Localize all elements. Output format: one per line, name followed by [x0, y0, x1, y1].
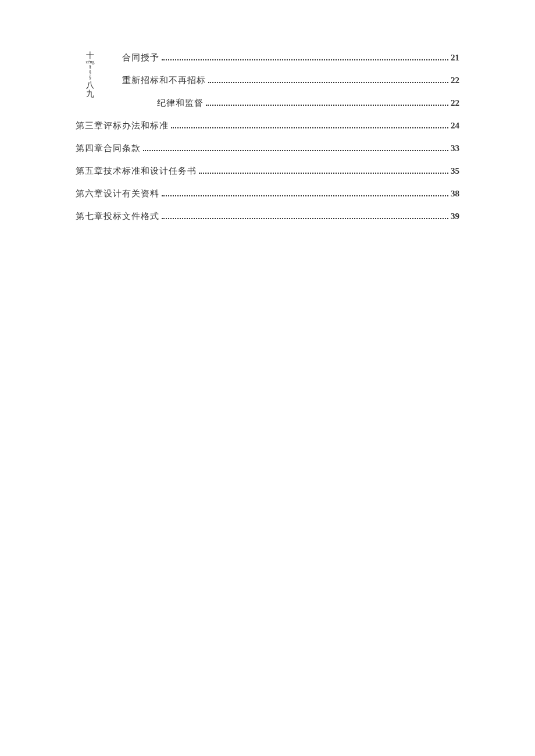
- toc-dots: [206, 105, 448, 106]
- toc-chapter-entry: 第五章技术标准和设计任务书 35: [76, 166, 459, 177]
- toc-entry-title: 合同授予: [122, 52, 159, 63]
- toc-dots: [208, 82, 448, 83]
- label-top: 十: [86, 51, 94, 60]
- toc-entry-title: 第六章设计有关资料: [76, 188, 159, 199]
- toc-entry: 合同授予 21: [110, 52, 459, 63]
- toc-entry-title: 纪律和监督: [157, 98, 204, 109]
- toc-entry-title: 第三章评标办法和标准: [76, 120, 169, 131]
- toc-dots: [199, 173, 448, 174]
- toc-chapter-entry: 第三章评标办法和标准 24: [76, 120, 459, 131]
- table-of-contents: 合同授予 21 重新招标和不再招标 22 纪律和监督 22 第三章评标办法和标准…: [110, 52, 459, 222]
- toc-entry-page: 24: [451, 121, 459, 131]
- toc-entry-page: 39: [451, 212, 459, 221]
- label-squiggle-3: §: [84, 76, 96, 81]
- toc-sub-section: 合同授予 21 重新招标和不再招标 22 纪律和监督 22: [110, 52, 459, 109]
- toc-entry: 重新招标和不再招标 22: [110, 75, 459, 86]
- toc-entry-page: 22: [451, 98, 459, 108]
- toc-entry: 纪律和监督 22: [110, 98, 459, 109]
- toc-chapter-section: 第三章评标办法和标准 24 第四章合同条款 33 第五章技术标准和设计任务书 3…: [110, 120, 459, 222]
- toc-entry-title: 第七章投标文件格式: [76, 211, 159, 222]
- toc-dots: [162, 195, 448, 196]
- toc-entry-page: 38: [451, 189, 459, 199]
- toc-dots: [162, 218, 448, 219]
- toc-entry-page: 22: [451, 76, 459, 85]
- toc-dots: [143, 150, 448, 151]
- label-ba: 八: [86, 81, 94, 89]
- toc-entry-page: 33: [451, 144, 459, 153]
- toc-entry-title: 第五章技术标准和设计任务书: [76, 166, 197, 177]
- toc-chapter-entry: 第四章合同条款 33: [76, 143, 459, 154]
- toc-dots: [162, 59, 448, 60]
- toc-entry-title: 重新招标和不再招标: [122, 75, 206, 86]
- toc-entry-page: 21: [451, 53, 459, 63]
- toc-chapter-entry: 第六章设计有关资料 38: [76, 188, 459, 199]
- toc-dots: [171, 127, 448, 128]
- toc-entry-title: 第四章合同条款: [76, 143, 141, 154]
- toc-entry-page: 35: [451, 166, 459, 176]
- document-page: 十 zéng § § § 八 九 合同授予 21 重新招标和不再招标 22 纪律…: [0, 0, 535, 222]
- vertical-section-label: 十 zéng § § § 八 九: [84, 51, 96, 98]
- toc-chapter-entry: 第七章投标文件格式 39: [76, 211, 459, 222]
- label-jiu: 九: [86, 89, 94, 98]
